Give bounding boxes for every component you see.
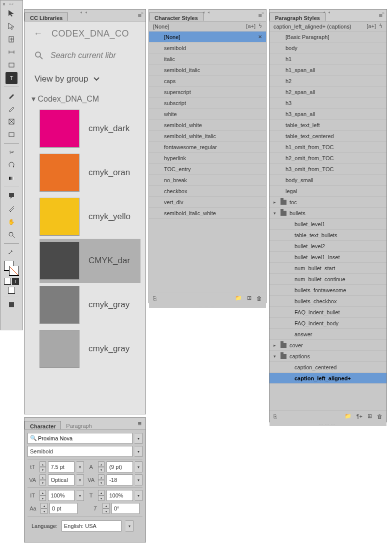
style-group[interactable]: ▸toc: [270, 197, 386, 208]
quick-apply-icon[interactable]: ϟ: [258, 23, 262, 30]
formatting-container-icon[interactable]: [4, 278, 11, 285]
paragraph-style-item[interactable]: caption_centered: [270, 362, 386, 373]
hscale-field[interactable]: 100%: [106, 490, 133, 501]
swatch-row[interactable]: cmyk_oran: [40, 151, 140, 195]
free-transform-tool[interactable]: [6, 159, 18, 171]
style-group-icon[interactable]: 📁: [344, 413, 352, 419]
zoom-tool[interactable]: [6, 229, 18, 241]
paragraph-style-item[interactable]: body_small: [270, 175, 386, 186]
paragraph-style-item[interactable]: h1_span_all: [270, 65, 386, 76]
character-style-item[interactable]: semibold_italic_white: [149, 208, 266, 219]
color-swatch[interactable]: [40, 198, 80, 236]
frame-tool[interactable]: [6, 116, 18, 128]
kerning-stepper[interactable]: ▴▾: [40, 474, 46, 485]
back-arrow-icon[interactable]: ←: [34, 29, 42, 39]
paragraph-style-item[interactable]: [Basic Paragraph]: [270, 32, 386, 43]
paragraph-style-item[interactable]: h3_omit_from_TOC: [270, 164, 386, 175]
paragraph-style-item[interactable]: FAQ_indent_bullet: [270, 307, 386, 318]
page-tool[interactable]: [6, 33, 18, 45]
character-style-item[interactable]: subscript: [149, 98, 266, 109]
panel-close-icon[interactable]: »: [141, 11, 144, 16]
paragraph-style-item[interactable]: bullets_checkbox: [270, 296, 386, 307]
library-search-input[interactable]: [50, 51, 136, 60]
paragraph-style-item[interactable]: h1_omit_from_TOC: [270, 142, 386, 153]
leading-stepper[interactable]: ▴▾: [98, 461, 104, 472]
disclose-closed-icon[interactable]: ▸: [274, 200, 280, 205]
panel-close-icon[interactable]: »: [382, 11, 384, 16]
character-style-item[interactable]: TOC_entry: [149, 164, 266, 175]
screen-mode-tool[interactable]: [6, 299, 18, 311]
new-style-icon[interactable]: ⊞: [247, 295, 252, 301]
character-style-item[interactable]: fontawesome_regular: [149, 142, 266, 153]
character-style-item[interactable]: no_break: [149, 175, 266, 186]
tracking-field[interactable]: -18: [106, 474, 133, 485]
style-group[interactable]: ▸cover: [270, 340, 386, 351]
swap-fill-stroke-icon[interactable]: [6, 246, 18, 258]
paragraph-style-item[interactable]: h2_omit_from_TOC: [270, 153, 386, 164]
dropdown-arrow-icon[interactable]: ▾: [76, 461, 84, 472]
hand-tool[interactable]: ✋: [6, 216, 18, 228]
kerning-field[interactable]: Optical: [48, 474, 74, 485]
swatch-row[interactable]: cmyk_gray: [40, 327, 140, 371]
disclose-open-icon[interactable]: ▾: [274, 354, 280, 359]
tab-paragraph-styles[interactable]: Paragraph Styles: [270, 13, 326, 21]
paragraph-style-item[interactable]: caption_left_aligned+: [270, 373, 386, 384]
disclose-closed-icon[interactable]: ▸: [274, 343, 280, 348]
tools-close-icon[interactable]: ×: [2, 2, 6, 7]
color-swatch[interactable]: [40, 286, 80, 324]
style-group-icon[interactable]: 📁: [235, 295, 242, 301]
scissors-tool[interactable]: ✂: [6, 146, 18, 158]
resize-grip-icon[interactable]: ⋯⋯⋯: [149, 304, 266, 308]
quick-apply-icon[interactable]: ϟ: [379, 23, 382, 30]
paragraph-style-item[interactable]: h3: [270, 98, 386, 109]
dropdown-arrow-icon[interactable]: ▾: [135, 490, 142, 501]
paragraph-style-item[interactable]: table_text_centered: [270, 131, 386, 142]
group-header[interactable]: ▾ Codex_DNA_CM: [30, 94, 140, 104]
disclose-open-icon[interactable]: ▾: [274, 211, 280, 216]
character-style-item[interactable]: italic: [149, 54, 266, 65]
gradient-swatch-tool[interactable]: [6, 172, 18, 184]
swatch-row[interactable]: cmyk_dark: [40, 107, 140, 151]
pen-tool[interactable]: [6, 90, 18, 102]
paragraph-style-item[interactable]: num_bullet_start: [270, 263, 386, 274]
dropdown-arrow-icon[interactable]: ▾: [76, 474, 84, 485]
paragraph-style-item[interactable]: FAQ_indent_body: [270, 318, 386, 329]
character-style-item[interactable]: caps: [149, 76, 266, 87]
direct-selection-tool[interactable]: [6, 20, 18, 32]
panel-menu-icon[interactable]: ≡: [374, 12, 386, 19]
paragraph-style-item[interactable]: h3_span_all: [270, 109, 386, 120]
paragraph-style-item[interactable]: h2: [270, 76, 386, 87]
rectangle-tool[interactable]: [6, 129, 18, 141]
new-style-icon[interactable]: ⊞: [368, 413, 372, 419]
baseline-field[interactable]: 0 pt: [50, 503, 78, 514]
dropdown-arrow-icon[interactable]: ▾: [135, 474, 142, 485]
swatch-row[interactable]: cmyk_gray: [40, 283, 140, 327]
skew-field[interactable]: 0°: [112, 503, 140, 514]
dropdown-arrow-icon[interactable]: ▾: [134, 433, 142, 444]
language-field[interactable]: English: USA: [62, 520, 122, 531]
character-style-item[interactable]: semibold: [149, 43, 266, 54]
panel-menu-icon[interactable]: ≡: [134, 420, 146, 427]
color-swatch[interactable]: [40, 110, 80, 148]
font-style-field[interactable]: Semibold: [28, 446, 132, 457]
fill-stroke-swatch[interactable]: [4, 261, 19, 276]
character-style-item[interactable]: superscript: [149, 87, 266, 98]
color-swatch[interactable]: [40, 242, 80, 280]
character-style-item[interactable]: semibold_italic: [149, 65, 266, 76]
gap-tool[interactable]: [6, 46, 18, 58]
paragraph-style-item[interactable]: bullet_level1_inset: [270, 252, 386, 263]
view-mode-dropdown[interactable]: View by group: [30, 74, 140, 84]
color-swatch[interactable]: [40, 154, 80, 192]
resize-grip-icon[interactable]: ⋯⋯⋯: [270, 422, 386, 426]
delete-style-icon[interactable]: 🗑: [377, 413, 382, 419]
formatting-text-icon[interactable]: T: [12, 278, 19, 285]
panel-menu-icon[interactable]: ≡: [254, 12, 266, 19]
content-collector-tool[interactable]: [6, 59, 18, 71]
hscale-stepper[interactable]: ▴▾: [98, 490, 104, 501]
paragraph-style-item[interactable]: bullet_level2: [270, 241, 386, 252]
apply-color-icon[interactable]: [8, 287, 15, 294]
vscale-stepper[interactable]: ▴▾: [40, 490, 46, 501]
panel-menu-icon[interactable]: ≡: [134, 12, 146, 19]
new-style-from-selection-icon[interactable]: ⎘: [153, 295, 156, 301]
new-style-from-selection-icon[interactable]: ⎘: [274, 413, 277, 419]
